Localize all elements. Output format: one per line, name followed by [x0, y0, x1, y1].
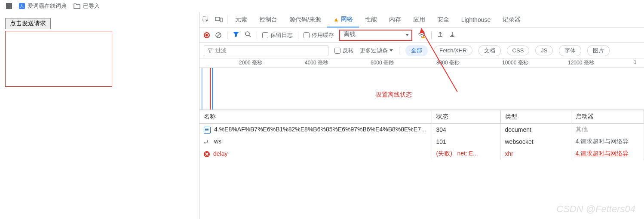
- throttling-select[interactable]: 离线: [339, 30, 412, 41]
- svg-line-13: [217, 33, 220, 37]
- tab-sources[interactable]: 源代码/来源: [283, 12, 327, 27]
- svg-rect-1: [8, 3, 10, 5]
- filter-toggle-icon[interactable]: [233, 31, 239, 39]
- tab-memory[interactable]: 内存: [383, 12, 407, 27]
- checkbox-input[interactable]: [334, 48, 340, 54]
- tab-performance[interactable]: 性能: [359, 12, 383, 27]
- network-timeline[interactable]: 2000 毫秒 4000 毫秒 6000 毫秒 8000 毫秒 10000 毫秒…: [199, 58, 644, 110]
- device-toggle-icon[interactable]: [212, 12, 225, 27]
- svg-line-15: [249, 35, 251, 37]
- bookmarks-bar: 爱词霸在线词典 已导入: [0, 0, 644, 12]
- tab-label: 网络: [341, 15, 353, 23]
- upload-har-icon[interactable]: [437, 31, 444, 39]
- grid-icon: [6, 3, 12, 9]
- separator: [257, 31, 257, 39]
- filter-type-fetchxhr[interactable]: Fetch/XHR: [434, 46, 472, 55]
- websocket-icon: ⇄: [204, 139, 211, 146]
- invert-checkbox[interactable]: 反转: [334, 47, 354, 55]
- column-type[interactable]: 类型: [500, 110, 571, 124]
- table-row[interactable]: 4.%E8%AF%B7%E6%B1%82%E8%B6%85%E6%97%B6%E…: [199, 124, 644, 136]
- page-body: 点击发送请求: [5, 18, 112, 87]
- devtools-tabs: 元素 控制台 源代码/来源 ▲ 网络 性能 内存 应用 安全 Lighthous…: [199, 12, 644, 27]
- request-status: 304: [432, 124, 500, 136]
- bookmark-dict[interactable]: 爱词霸在线词典: [19, 2, 67, 10]
- tab-network[interactable]: ▲ 网络: [327, 12, 359, 27]
- filter-type-all[interactable]: 全部: [405, 45, 428, 56]
- timeline-ruler: 2000 毫秒 4000 毫秒 6000 毫秒 8000 毫秒 10000 毫秒…: [199, 58, 644, 68]
- request-type: websocket: [500, 136, 571, 148]
- checkbox-label: 反转: [343, 47, 354, 55]
- table-header-row: 名称 状态 类型 启动器: [199, 110, 644, 124]
- apps-button[interactable]: [6, 3, 12, 9]
- separator: [298, 31, 298, 39]
- search-icon[interactable]: [245, 31, 251, 39]
- bookmark-label: 已导入: [83, 2, 100, 10]
- separator: [227, 31, 227, 39]
- bookmark-label: 爱词霸在线词典: [28, 2, 67, 10]
- timeline-bar: [201, 68, 203, 110]
- filter-type-js[interactable]: JS: [535, 46, 553, 55]
- svg-rect-6: [6, 7, 8, 9]
- tab-console[interactable]: 控制台: [253, 12, 283, 27]
- more-filters-dropdown[interactable]: 更多过滤条: [360, 47, 393, 55]
- funnel-icon: [208, 48, 213, 53]
- timeline-bar: [210, 68, 211, 110]
- folder-icon: [74, 3, 80, 9]
- svg-rect-3: [6, 5, 8, 7]
- record-button[interactable]: [204, 32, 210, 38]
- preserve-log-checkbox[interactable]: 保留日志: [262, 31, 293, 39]
- send-request-button[interactable]: 点击发送请求: [5, 18, 51, 29]
- tab-application[interactable]: 应用: [407, 12, 431, 27]
- svg-rect-2: [10, 3, 12, 5]
- request-initiator[interactable]: 4.请求超时与网络异: [576, 150, 629, 157]
- clear-button[interactable]: [215, 32, 222, 39]
- request-initiator: 其他: [576, 126, 588, 133]
- throttling-value: 离线: [343, 30, 356, 37]
- svg-rect-8: [10, 7, 12, 9]
- network-filter-bar: 过滤 反转 更多过滤条 全部 Fetch/XHR 文档 CSS JS 字体 图片: [199, 43, 644, 58]
- request-type: xhr: [500, 148, 571, 160]
- filter-placeholder: 过滤: [215, 47, 227, 55]
- request-name: delay: [213, 150, 227, 157]
- filter-type-css[interactable]: CSS: [507, 46, 530, 55]
- filter-type-img[interactable]: 图片: [587, 45, 610, 56]
- inspect-icon[interactable]: [199, 12, 212, 27]
- error-icon: [204, 151, 210, 157]
- checkbox-input[interactable]: [304, 32, 310, 38]
- disable-cache-checkbox[interactable]: 停用缓存: [304, 31, 334, 39]
- request-name: ws: [214, 138, 221, 145]
- tick-label: 2000 毫秒: [239, 59, 262, 67]
- column-name[interactable]: 名称: [199, 110, 432, 124]
- svg-point-14: [245, 32, 249, 36]
- svg-rect-4: [8, 5, 10, 7]
- table-row[interactable]: ⇄ws 101 websocket 4.请求超时与网络异: [199, 136, 644, 148]
- svg-rect-0: [6, 3, 8, 5]
- column-initiator[interactable]: 启动器: [571, 110, 644, 124]
- annotation-text: 设置离线状态: [376, 91, 412, 99]
- request-initiator[interactable]: 4.请求超时与网络异: [576, 138, 629, 145]
- filter-type-font[interactable]: 字体: [559, 45, 581, 56]
- tab-security[interactable]: 安全: [431, 12, 455, 27]
- tick-label: 10000 毫秒: [502, 59, 528, 67]
- request-status: (失败): [436, 150, 452, 157]
- table-row[interactable]: delay (失败) net::E... xhr 4.请求超时与网络异: [199, 148, 644, 160]
- timeline-bar: [212, 68, 213, 110]
- svg-rect-7: [8, 7, 10, 9]
- checkbox-label: 保留日志: [270, 31, 293, 39]
- tab-recorder[interactable]: 记录器: [497, 12, 527, 27]
- tab-elements[interactable]: 元素: [229, 12, 253, 27]
- network-request-table: 名称 状态 类型 启动器 4.%E8%AF%B7%E6%B1%82%E8%B6%…: [199, 110, 644, 160]
- checkbox-input[interactable]: [262, 32, 268, 38]
- download-har-icon[interactable]: [449, 31, 456, 39]
- request-status: 101: [432, 136, 500, 148]
- checkbox-label: 停用缓存: [312, 31, 334, 39]
- dict-icon: [19, 3, 25, 9]
- tick-label: 12000 毫秒: [568, 59, 594, 67]
- bookmark-imported[interactable]: 已导入: [74, 2, 100, 10]
- filter-type-doc[interactable]: 文档: [478, 45, 501, 56]
- svg-rect-11: [220, 18, 222, 22]
- devtools-panel: 元素 控制台 源代码/来源 ▲ 网络 性能 内存 应用 安全 Lighthous…: [199, 12, 644, 219]
- column-status[interactable]: 状态: [432, 110, 500, 124]
- tab-lighthouse[interactable]: Lighthouse: [455, 12, 497, 27]
- filter-input[interactable]: 过滤: [204, 45, 328, 56]
